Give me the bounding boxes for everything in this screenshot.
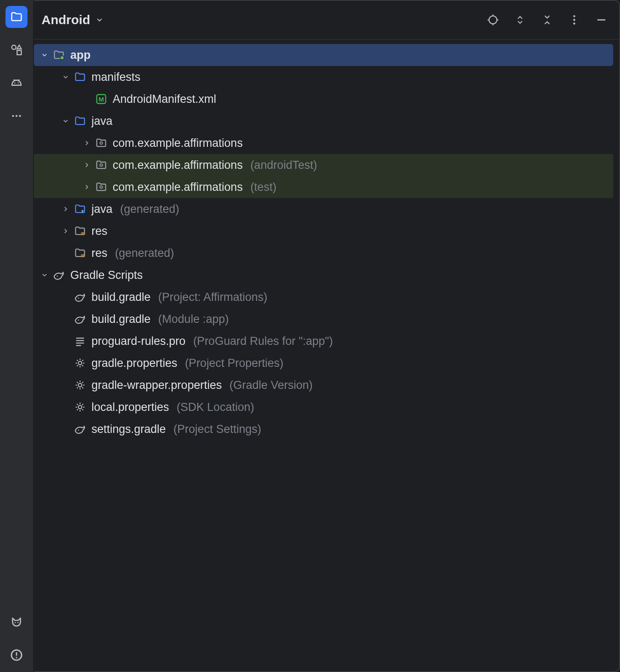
cat-icon	[10, 615, 23, 629]
tree-node-java[interactable]: java	[34, 110, 613, 132]
tree-node-res-generated[interactable]: res (generated)	[34, 242, 613, 264]
tree-label: build.gradle	[91, 292, 151, 303]
options-button[interactable]	[567, 13, 581, 27]
svg-point-4	[14, 83, 16, 84]
tree-suffix: (Project: Affirmations)	[158, 292, 268, 303]
tree-label: app	[70, 50, 91, 61]
chevron-right-icon[interactable]	[61, 204, 70, 214]
svg-point-5	[18, 83, 19, 84]
target-icon	[487, 14, 499, 26]
structure-tool-button[interactable]	[6, 39, 28, 61]
tool-strip	[0, 0, 34, 672]
tree-node-package-main[interactable]: com.example.affirmations	[34, 132, 613, 154]
svg-line-3	[18, 80, 19, 81]
tree-label: res	[91, 248, 108, 259]
problems-tool-button[interactable]	[6, 644, 28, 666]
svg-point-28	[100, 186, 102, 188]
tree-label: manifests	[91, 72, 141, 83]
expand-collapse-button[interactable]	[513, 13, 527, 27]
svg-point-37	[78, 383, 82, 387]
chevron-right-icon[interactable]	[82, 160, 91, 170]
resource-folder-icon	[74, 247, 86, 259]
tree-node-gradle-properties[interactable]: gradle.properties (Project Properties)	[34, 352, 613, 374]
svg-point-8	[19, 115, 21, 117]
kebab-icon	[573, 14, 576, 25]
gear-icon	[74, 401, 86, 413]
manifest-file-icon: M	[95, 93, 108, 105]
svg-point-26	[100, 142, 102, 144]
chevron-down-icon[interactable]	[40, 50, 49, 60]
chevron-down-icon[interactable]	[61, 72, 70, 82]
tree-node-package-test[interactable]: com.example.affirmations (test)	[34, 176, 613, 198]
chevron-down-icon[interactable]	[40, 270, 49, 280]
tree-node-app[interactable]: app	[34, 44, 613, 66]
tree-suffix: (generated)	[120, 204, 180, 215]
tree-node-res[interactable]: res	[34, 220, 613, 242]
chevron-right-icon[interactable]	[82, 138, 91, 148]
generated-folder-icon	[74, 203, 86, 215]
tree-node-settings-gradle[interactable]: settings.gradle (Project Settings)	[34, 418, 613, 440]
more-tool-button[interactable]	[6, 105, 28, 127]
tree-suffix: (androidTest)	[250, 160, 317, 171]
collapse-all-button[interactable]	[540, 13, 554, 27]
tree-label: local.properties	[91, 402, 169, 413]
svg-rect-23	[61, 56, 64, 59]
cat-tool-button[interactable]	[6, 611, 28, 633]
tree-node-package-androidtest[interactable]: com.example.affirmations (androidTest)	[34, 154, 613, 176]
resource-folder-icon	[74, 225, 86, 237]
chevron-down-icon	[95, 16, 104, 24]
chevron-right-icon[interactable]	[61, 226, 70, 236]
module-folder-icon	[53, 49, 65, 61]
chevron-down-icon[interactable]	[61, 116, 70, 126]
tree-label: com.example.affirmations	[113, 160, 243, 171]
svg-point-38	[78, 405, 82, 409]
tree-suffix: (generated)	[115, 248, 174, 259]
gradle-icon	[74, 291, 86, 303]
tree-label: java	[91, 204, 113, 215]
tree-label: gradle.properties	[91, 358, 177, 369]
svg-point-20	[573, 19, 576, 21]
tree-node-gradle-scripts[interactable]: Gradle Scripts	[34, 264, 613, 286]
tree-suffix: (Project Properties)	[185, 358, 284, 369]
shapes-icon	[10, 44, 23, 56]
tree-suffix: (test)	[250, 182, 277, 193]
tree-node-gradle-wrapper-properties[interactable]: gradle-wrapper.properties (Gradle Versio…	[34, 374, 613, 396]
collapse-x-icon	[542, 14, 553, 25]
chevron-right-icon[interactable]	[82, 182, 91, 192]
svg-point-21	[573, 22, 576, 25]
svg-point-10	[17, 622, 19, 623]
folder-icon	[74, 115, 86, 127]
svg-point-14	[489, 16, 497, 24]
svg-point-36	[78, 361, 82, 365]
header-actions	[486, 13, 608, 27]
tree-node-local-properties[interactable]: local.properties (SDK Location)	[34, 396, 613, 418]
tree-label: gradle-wrapper.properties	[91, 380, 222, 391]
svg-point-13	[16, 657, 17, 658]
tree-node-proguard[interactable]: proguard-rules.pro (ProGuard Rules for "…	[34, 330, 613, 352]
project-tool-button[interactable]	[6, 6, 28, 28]
tree-suffix: (Gradle Version)	[230, 380, 313, 391]
tree-node-manifest-file[interactable]: M AndroidManifest.xml	[34, 88, 613, 110]
folder-icon	[74, 71, 86, 83]
tree-label: AndroidManifest.xml	[113, 94, 216, 105]
svg-point-19	[573, 15, 576, 17]
view-selector[interactable]: Android	[42, 13, 104, 27]
tree-label: com.example.affirmations	[113, 182, 243, 193]
android-tool-button[interactable]	[6, 72, 28, 94]
tree-node-build-gradle-project[interactable]: build.gradle (Project: Affirmations)	[34, 286, 613, 308]
tree-node-manifests[interactable]: manifests	[34, 66, 613, 88]
tree-node-java-generated[interactable]: java (generated)	[34, 198, 613, 220]
tree-label: build.gradle	[91, 314, 151, 325]
project-panel: Android	[34, 0, 620, 672]
tree-node-build-gradle-module[interactable]: build.gradle (Module :app)	[34, 308, 613, 330]
tree-label: Gradle Scripts	[70, 270, 143, 281]
android-icon	[10, 76, 23, 90]
svg-point-31	[78, 319, 79, 321]
tree-label: java	[91, 116, 113, 127]
svg-point-30	[78, 297, 79, 299]
select-opened-file-button[interactable]	[486, 13, 500, 27]
gradle-icon	[74, 313, 86, 325]
project-tree[interactable]: app manifests M AndroidManifest.xml	[34, 40, 619, 671]
tree-suffix: (ProGuard Rules for ":app")	[193, 336, 333, 347]
hide-panel-button[interactable]	[595, 13, 608, 27]
